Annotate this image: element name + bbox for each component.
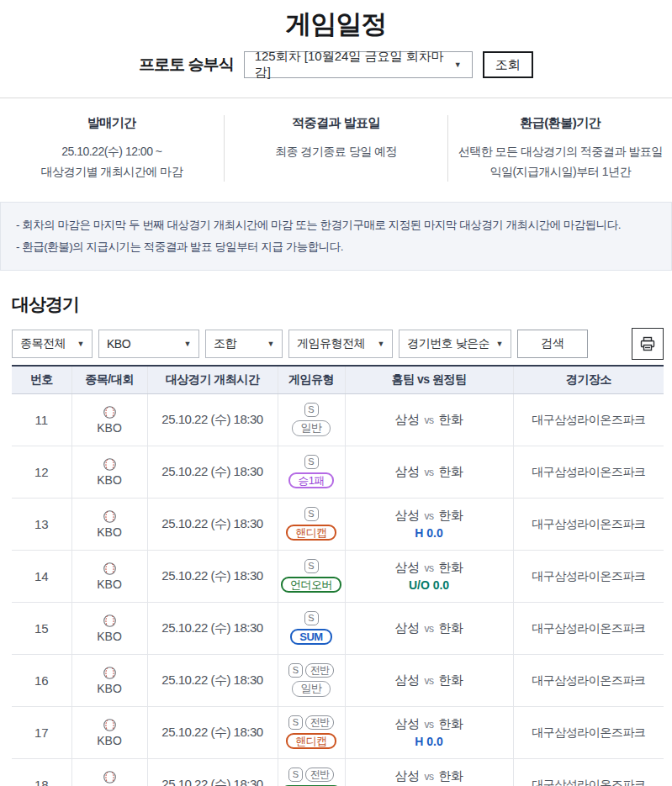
printer-icon	[639, 335, 656, 352]
type-badge: 승1패	[288, 472, 334, 488]
type-badge: 일반	[292, 681, 331, 697]
table-row[interactable]: 12 KBO 25.10.22 (수) 18:30 S	[12, 446, 664, 498]
print-button[interactable]	[632, 328, 664, 360]
handicap-line: H 0.0	[415, 735, 442, 748]
table-row[interactable]: 13 KBO 25.10.22 (수) 18:30 S	[12, 498, 664, 550]
half-badge: 전반	[305, 768, 334, 782]
filter-value: 종목전체	[20, 336, 66, 351]
baseball-icon	[103, 405, 117, 419]
filter-select-combo[interactable]: 조합 ▼	[205, 330, 283, 358]
type-badge: 일반	[292, 420, 331, 436]
single-badge: S	[288, 768, 303, 782]
info-line: 선택한 모든 대상경기의 적중결과 발표일	[457, 141, 664, 161]
vs-label: vs	[425, 414, 434, 426]
col-header-league: 종목/대회	[71, 366, 147, 393]
vs-label: vs	[425, 562, 434, 574]
baseball-icon	[103, 770, 117, 784]
start-time: 25.10.22 (수) 18:30	[161, 464, 262, 478]
info-title: 환급(환불)기간	[457, 115, 664, 131]
venue: 대구삼성라이온즈파크	[532, 517, 645, 530]
league-cell: KBO	[72, 770, 147, 786]
info-line: 대상경기별 개최시간에 마감	[8, 161, 215, 182]
game-type-cell: S 전반 언더오버	[278, 768, 345, 786]
section-title-target-games: 대상경기	[12, 293, 672, 316]
game-type-cell: S 전반 핸디캡	[278, 715, 345, 749]
league-cell: KBO	[72, 509, 147, 539]
search-button[interactable]: 검색	[517, 330, 588, 358]
home-team: 삼성	[395, 560, 420, 574]
table-row[interactable]: 11 KBO 25.10.22 (수) 18:30 S	[12, 393, 664, 446]
single-badge: S	[304, 611, 319, 625]
handicap-line: H 0.0	[415, 526, 442, 540]
game-type-cell: S 승1패	[278, 455, 345, 488]
start-time: 25.10.22 (수) 18:30	[161, 620, 262, 635]
teams-cell: 삼성vs한화 H 0.0	[346, 716, 513, 748]
vs-label: vs	[425, 510, 434, 522]
type-badge: SUM	[290, 629, 331, 645]
baseball-icon	[103, 718, 117, 732]
venue: 대구삼성라이온즈파크	[532, 673, 645, 687]
game-number: 15	[34, 621, 49, 636]
start-time: 25.10.22 (수) 18:30	[161, 568, 262, 583]
teams-cell: 삼성vs한화 U/O 0.0	[346, 560, 513, 592]
home-team: 삼성	[395, 673, 420, 687]
notes-box: - 회차의 마감은 마지막 두 번째 대상경기 개최시간에 마감 또는 한경기구…	[0, 202, 672, 271]
away-team: 한화	[439, 768, 463, 783]
start-time: 25.10.22 (수) 18:30	[161, 412, 262, 426]
league-label: KBO	[97, 421, 122, 435]
single-badge: S	[304, 403, 319, 417]
venue: 대구삼성라이온즈파크	[532, 621, 645, 635]
round-select[interactable]: 125회차 [10월24일 금요일 회차마감] ▼	[244, 51, 473, 78]
single-badge: S	[304, 559, 319, 573]
vs-label: vs	[425, 467, 434, 478]
venue: 대구삼성라이온즈파크	[532, 569, 645, 583]
table-row[interactable]: 17 KBO 25.10.22 (수) 18:30 S 전반	[12, 706, 664, 758]
handicap-line: U/O 0.0	[409, 578, 449, 592]
away-team: 한화	[439, 620, 463, 635]
game-number: 13	[34, 517, 49, 531]
baseball-icon	[103, 614, 117, 628]
filter-select-league[interactable]: KBO ▼	[98, 330, 199, 358]
round-selector-row: 프로토 승부식 125회차 [10월24일 금요일 회차마감] ▼ 조회	[0, 50, 672, 79]
type-badge: 핸디캡	[286, 525, 336, 541]
info-col-result-date: 적중결과 발표일 최종 경기종료 당일 예정	[224, 115, 448, 182]
home-team: 삼성	[395, 768, 420, 783]
filter-select-sport[interactable]: 종목전체 ▼	[12, 330, 93, 358]
table-row[interactable]: 14 KBO 25.10.22 (수) 18:30 S	[12, 550, 664, 602]
single-badge: S	[304, 455, 319, 469]
league-cell: KBO	[72, 457, 147, 487]
info-line: 익일(지급개시일)부터 1년간	[457, 161, 664, 182]
chevron-down-icon: ▼	[378, 340, 384, 348]
table-row[interactable]: 15 KBO 25.10.22 (수) 18:30 S	[12, 602, 664, 654]
inquiry-button[interactable]: 조회	[483, 51, 533, 78]
round-label: 프로토 승부식	[139, 54, 233, 76]
single-badge: S	[288, 663, 303, 678]
game-number: 18	[34, 778, 49, 786]
col-header-start-time: 대상경기 개최시간	[147, 366, 278, 393]
filter-select-game-type[interactable]: 게임유형전체 ▼	[288, 330, 393, 358]
league-label: KBO	[97, 525, 122, 539]
vs-label: vs	[425, 675, 434, 687]
venue: 대구삼성라이온즈파크	[532, 413, 645, 426]
baseball-icon	[103, 666, 117, 680]
game-number: 11	[34, 413, 48, 427]
home-team: 삼성	[395, 412, 420, 426]
league-label: KBO	[97, 734, 122, 747]
game-number: 14	[34, 569, 49, 583]
vs-label: vs	[425, 771, 434, 783]
table-row[interactable]: 16 KBO 25.10.22 (수) 18:30 S 전반	[12, 654, 664, 706]
filter-select-sort[interactable]: 경기번호 낮은순 ▼	[399, 330, 511, 358]
start-time: 25.10.22 (수) 18:30	[161, 673, 262, 687]
filter-value: 게임유형전체	[297, 336, 365, 351]
start-time: 25.10.22 (수) 18:30	[161, 725, 262, 739]
game-type-cell: S 일반	[278, 403, 345, 436]
away-team: 한화	[439, 464, 463, 478]
league-label: KBO	[97, 682, 122, 695]
baseball-icon	[103, 457, 117, 472]
table-row[interactable]: 18 KBO 25.10.22 (수) 18:30 S 전반	[12, 758, 664, 786]
teams-cell: 삼성vs한화	[346, 620, 513, 636]
away-team: 한화	[439, 560, 463, 574]
info-line: 25.10.22(수) 12:00 ~	[8, 141, 215, 161]
teams-cell: 삼성vs한화 H 0.0	[346, 508, 513, 540]
league-cell: KBO	[72, 562, 147, 591]
